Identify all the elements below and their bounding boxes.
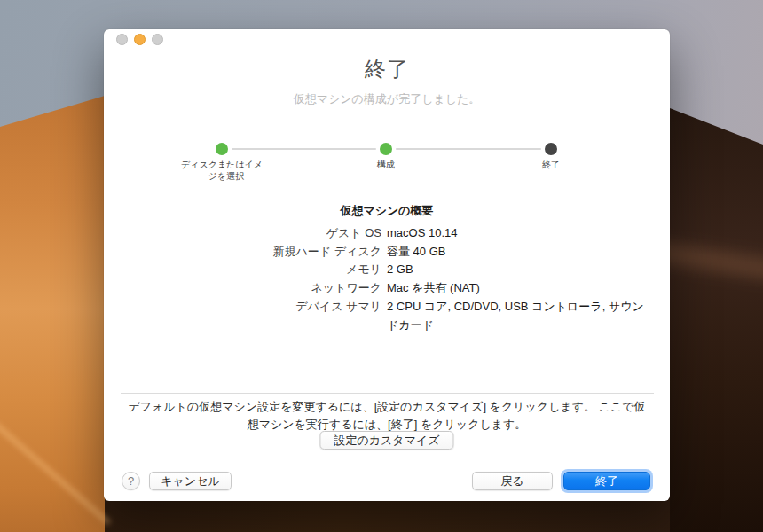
step-label-line: 構成 bbox=[333, 159, 439, 170]
page-title: 終了 bbox=[104, 55, 670, 83]
minimize-button[interactable] bbox=[134, 34, 146, 45]
help-button[interactable]: ? bbox=[122, 472, 140, 490]
screen: 終了 仮想マシンの構成が完了しました。 ディスクまたはイメ ージを選択 構成 終… bbox=[0, 0, 763, 532]
close-button[interactable] bbox=[116, 34, 128, 45]
summary-label: デバイス サマリ bbox=[104, 298, 382, 334]
step-dot-configure bbox=[380, 143, 392, 155]
summary-value: macOS 10.14 bbox=[387, 224, 655, 243]
step-label-finish: 終了 bbox=[498, 159, 604, 170]
customize-settings-button[interactable]: 設定のカスタマイズ bbox=[319, 431, 453, 450]
summary-row-guest-os: ゲスト OS macOS 10.14 bbox=[104, 224, 670, 243]
step-label-line: ージを選択 bbox=[169, 170, 275, 182]
summary-row-network: ネットワーク Mac を共有 (NAT) bbox=[104, 279, 670, 298]
note-text: デフォルトの仮想マシン設定を変更するには、[設定のカスタマイズ] をクリックしま… bbox=[104, 398, 670, 433]
step-label-select-disk: ディスクまたはイメ ージを選択 bbox=[169, 159, 275, 182]
step-label-line: 終了 bbox=[498, 159, 604, 170]
summary-value: Mac を共有 (NAT) bbox=[387, 279, 655, 298]
note-line: デフォルトの仮想マシン設定を変更するには、[設定のカスタマイズ] をクリックしま… bbox=[104, 398, 670, 416]
summary-value: 2 GB bbox=[387, 261, 655, 279]
summary-label: ネットワーク bbox=[104, 279, 382, 298]
finish-button[interactable]: 終了 bbox=[563, 472, 650, 490]
stepper-connector bbox=[232, 148, 376, 150]
step-dot-select-disk bbox=[216, 143, 228, 155]
step-label-line: ディスクまたはイメ bbox=[169, 159, 275, 170]
summary-heading: 仮想マシンの概要 bbox=[104, 203, 670, 219]
summary-row-device-summary: デバイス サマリ 2 CPU コア, CD/DVD, USB コントローラ, サ… bbox=[104, 298, 670, 334]
summary-label: ゲスト OS bbox=[104, 224, 382, 243]
divider bbox=[121, 393, 654, 394]
summary-row-hard-disk: 新規ハード ディスク 容量 40 GB bbox=[104, 243, 670, 262]
vm-wizard-window: 終了 仮想マシンの構成が完了しました。 ディスクまたはイメ ージを選択 構成 終… bbox=[104, 29, 670, 501]
summary-label: 新規ハード ディスク bbox=[104, 243, 382, 262]
step-label-configure: 構成 bbox=[333, 159, 439, 170]
step-dot-finish bbox=[545, 143, 557, 155]
summary-value: 容量 40 GB bbox=[387, 243, 655, 262]
summary-table: ゲスト OS macOS 10.14 新規ハード ディスク 容量 40 GB メ… bbox=[104, 224, 670, 334]
back-button[interactable]: 戻る bbox=[472, 472, 553, 490]
summary-row-memory: メモリ 2 GB bbox=[104, 261, 670, 279]
summary-value: 2 CPU コア, CD/DVD, USB コントローラ, サウンドカード bbox=[387, 298, 655, 334]
page-subtitle: 仮想マシンの構成が完了しました。 bbox=[104, 91, 670, 107]
cancel-button[interactable]: キャンセル bbox=[149, 472, 232, 490]
summary-label: メモリ bbox=[104, 261, 382, 279]
zoom-button[interactable] bbox=[152, 34, 163, 45]
stepper-connector bbox=[396, 148, 541, 150]
